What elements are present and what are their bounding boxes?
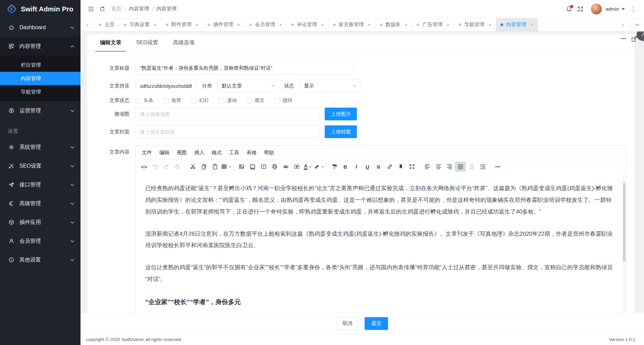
checkbox-slideshow[interactable]: 幻灯 [191, 97, 209, 104]
checkbox-imagetext[interactable]: 图文 [247, 97, 265, 104]
tab-close-icon[interactable]: × [154, 22, 157, 27]
sidebar-item-members[interactable]: 会员管理 [0, 232, 80, 250]
sidebar-item-other[interactable]: 其他设置 [0, 250, 80, 269]
link-button[interactable] [384, 162, 395, 172]
menu-table[interactable]: 表格 [243, 148, 260, 158]
restore-draft-button[interactable] [172, 162, 183, 172]
tab-close-icon[interactable]: × [530, 22, 533, 27]
text-color-button[interactable]: A [302, 162, 313, 172]
tab-navigation[interactable]: 导航管理× [454, 18, 496, 31]
sidebar-item-seo[interactable]: SEO设置 [0, 157, 80, 175]
indent-button[interactable] [477, 162, 488, 172]
tabs-menu-icon[interactable] [630, 18, 644, 31]
sidebar-item-content-management[interactable]: 内容管理 [0, 37, 80, 56]
upload-image-button[interactable]: 上传图片 [325, 108, 357, 120]
tab-close-icon[interactable]: × [405, 22, 408, 27]
align-center-button[interactable] [433, 162, 444, 172]
submit-button[interactable]: 提交 [365, 317, 388, 330]
menu-format[interactable]: 格式 [208, 148, 225, 158]
cut-button[interactable] [187, 162, 198, 172]
insert-image-button[interactable] [236, 162, 247, 172]
tab-close-icon[interactable]: × [237, 22, 240, 27]
kebab-menu-icon[interactable]: ⋮ [630, 5, 637, 13]
sidebar-item-system[interactable]: 系统管理 [0, 138, 80, 157]
menu-tools[interactable]: 工具 [226, 148, 243, 158]
menu-file[interactable]: 文件 [139, 148, 155, 158]
checkbox-headline[interactable]: 头条 [136, 97, 153, 104]
editor-scrollbar-thumb[interactable] [623, 183, 626, 262]
tab-comments[interactable]: 评论管理× [287, 18, 329, 31]
tab-close-icon[interactable]: × [321, 22, 324, 27]
sidebar-item-api[interactable]: 接口管理 [0, 175, 80, 194]
user-menu[interactable]: admin [605, 6, 625, 12]
title-input[interactable] [136, 62, 354, 74]
tab-home[interactable]: 主页 [95, 18, 119, 31]
tab-attachments[interactable]: 附件管理× [161, 18, 203, 31]
tabs-scroll-left-icon[interactable]: ‹ [80, 18, 95, 31]
tab-close-icon[interactable]: × [446, 22, 449, 27]
table-button[interactable] [220, 162, 231, 172]
sidebar-item-operation[interactable]: 运营管理 [0, 101, 80, 120]
tab-seo-settings[interactable]: SEO设置 [136, 34, 158, 51]
tab-close-icon[interactable]: × [196, 22, 199, 27]
insert-video-button[interactable] [258, 162, 269, 172]
avatar[interactable] [591, 3, 602, 15]
sidebar-item-column-management[interactable]: 栏目管理 [0, 58, 80, 72]
edit-image-button[interactable] [247, 162, 258, 172]
minimize-panel-icon[interactable]: — [621, 36, 626, 42]
highlight-color-button[interactable] [313, 162, 324, 172]
underline-button[interactable]: U [362, 162, 373, 172]
more-button[interactable]: ••• [492, 162, 503, 172]
thumbnail-input[interactable] [136, 108, 319, 120]
floating-helper-button[interactable] [637, 32, 644, 41]
copy-button[interactable] [198, 162, 209, 172]
format-painter-button[interactable] [329, 162, 340, 172]
tab-close-icon[interactable]: × [368, 22, 371, 27]
paste-button[interactable] [209, 162, 220, 172]
tab-members[interactable]: 会员管理× [245, 18, 287, 31]
bookmark-button[interactable] [395, 162, 406, 172]
pinyin-input[interactable] [136, 79, 197, 92]
fullscreen-icon[interactable] [575, 3, 586, 15]
tabs-scroll-right-icon[interactable]: › [616, 18, 630, 31]
collapse-menu-icon[interactable] [85, 3, 97, 15]
fullscreen-button[interactable] [406, 162, 417, 172]
sidebar-item-plugins[interactable]: 插件应用 [0, 213, 80, 232]
menu-view[interactable]: 视图 [173, 148, 190, 158]
tab-close-icon[interactable]: × [279, 22, 282, 27]
maximize-panel-icon[interactable] [632, 36, 637, 42]
source-code-button[interactable]: <> [139, 162, 150, 172]
tab-advanced-options[interactable]: 高级选项 [173, 34, 195, 51]
strikethrough-button[interactable]: S [373, 162, 384, 172]
checkbox-redirect[interactable]: 跳转 [275, 97, 292, 104]
sidebar-item-advanced[interactable]: 高级管理 [0, 194, 80, 213]
tab-content-management[interactable]: 内容管理× [496, 18, 538, 31]
editor-scrollbar[interactable] [623, 174, 626, 334]
bold-button[interactable]: B [340, 162, 351, 172]
refresh-icon[interactable] [97, 3, 108, 15]
checkbox-recommend[interactable]: 推荐 [163, 97, 181, 104]
sidebar-item-nav-management[interactable]: 导航管理 [0, 85, 80, 99]
bell-icon[interactable] [563, 3, 575, 15]
checkbox-scroll[interactable]: 滚动 [219, 97, 237, 104]
menu-help[interactable]: 帮助 [261, 148, 277, 158]
align-justify-button[interactable] [455, 162, 466, 172]
tab-plugins[interactable]: 插件管理× [203, 18, 245, 31]
menu-edit[interactable]: 编辑 [156, 148, 173, 158]
tab-edit-article[interactable]: 编辑文章 [100, 34, 121, 51]
sidebar-item-content-management-active[interactable]: 内容管理 [0, 72, 80, 85]
cancel-button[interactable]: 取消 [336, 317, 359, 330]
upload-cover-button[interactable]: 上传封面 [325, 125, 357, 138]
print-button[interactable] [269, 162, 280, 172]
breadcrumb-item[interactable]: 内容管理 [129, 6, 149, 12]
redo-button[interactable] [161, 162, 172, 172]
tab-database[interactable]: 数据库× [376, 18, 413, 31]
tab-close-icon[interactable]: × [488, 22, 491, 27]
align-right-button[interactable] [444, 162, 455, 172]
sidebar-item-dashboard[interactable]: Dashboard [0, 18, 80, 37]
breadcrumb-home[interactable]: 首页 [111, 6, 121, 12]
tab-ads[interactable]: 广告管理× [412, 18, 454, 31]
menu-insert[interactable]: 插入 [191, 148, 208, 158]
tab-guestbook[interactable]: 留言板管理× [329, 18, 376, 31]
tab-dict[interactable]: 字典设置× [119, 18, 161, 31]
